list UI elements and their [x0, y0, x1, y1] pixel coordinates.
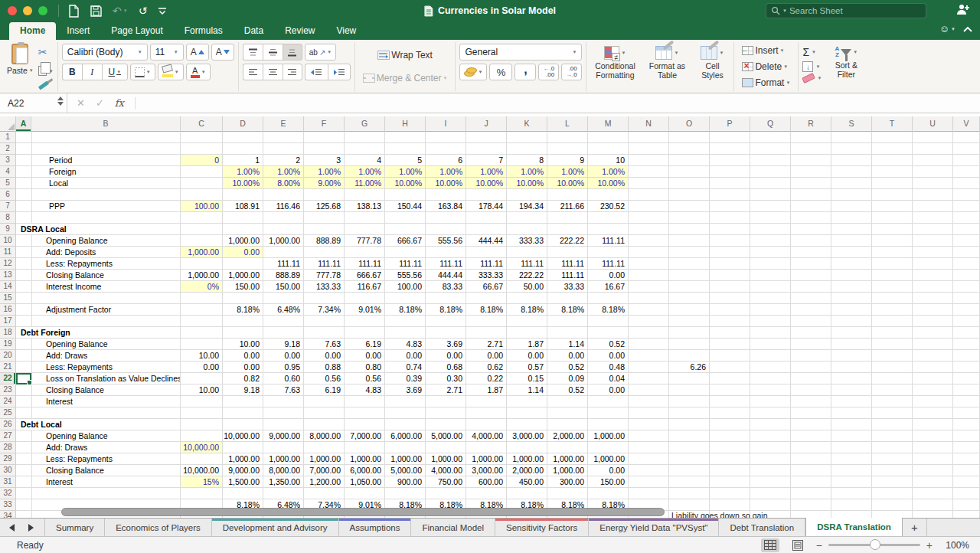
ribbon-tab-insert[interactable]: Insert — [56, 22, 100, 40]
cell-U28[interactable] — [913, 442, 953, 453]
align-left-button[interactable] — [243, 64, 263, 80]
cell-V5[interactable] — [953, 178, 980, 189]
cell-L20[interactable]: 0.00 — [547, 350, 588, 362]
cell-V1[interactable] — [953, 132, 980, 143]
cell-B28[interactable]: Add: Draws — [16, 442, 181, 453]
cell-F24[interactable] — [304, 396, 345, 407]
cell-R13[interactable] — [791, 270, 831, 281]
cell-K3[interactable]: 8 — [507, 155, 547, 166]
cell-U16[interactable] — [913, 304, 953, 316]
cell-H23[interactable]: 3.69 — [385, 384, 426, 396]
insert-function-icon[interactable]: fx — [115, 97, 124, 109]
cell-G22[interactable]: 0.56 — [345, 373, 385, 384]
cell-U3[interactable] — [913, 155, 953, 166]
cell-E6[interactable] — [263, 189, 304, 201]
cell-D13[interactable]: 1,000.00 — [223, 270, 263, 281]
cell-V26[interactable] — [953, 419, 980, 430]
cell-R30[interactable] — [791, 465, 831, 476]
name-box[interactable]: A22 — [0, 93, 67, 113]
cell-Q25[interactable] — [750, 407, 791, 419]
cell-L27[interactable]: 2,000.00 — [547, 430, 588, 442]
cell-B21[interactable]: Less: Repayments — [16, 362, 181, 373]
cell-E16[interactable]: 6.48% — [263, 304, 304, 316]
customize-toolbar-icon[interactable] — [158, 8, 167, 15]
cell-N5[interactable] — [629, 178, 669, 189]
wrap-text-button[interactable]: Wrap Text — [359, 47, 452, 64]
cell-B32[interactable] — [16, 488, 181, 499]
cell-B5[interactable]: Local — [16, 178, 181, 189]
cell-D18[interactable] — [223, 327, 263, 339]
cell-E26[interactable] — [263, 419, 304, 430]
column-header-T[interactable]: T — [872, 116, 913, 132]
row-header-24[interactable]: 24 — [0, 396, 16, 407]
cell-I2[interactable] — [426, 143, 466, 155]
cell-C11[interactable]: 1,000.00 — [181, 247, 223, 258]
cell-O16[interactable] — [669, 304, 710, 316]
cell-N19[interactable] — [629, 339, 669, 350]
cell-D4[interactable]: 1.00% — [223, 166, 263, 178]
cell-O2[interactable] — [669, 143, 710, 155]
cell-G12[interactable]: 111.11 — [345, 258, 385, 270]
bold-button[interactable]: B — [62, 64, 82, 80]
currency-button[interactable]: ▼ — [459, 64, 487, 80]
cell-V31[interactable] — [953, 476, 980, 488]
sheet-tab-summary[interactable]: Summary — [44, 519, 105, 536]
cell-E12[interactable]: 111.11 — [263, 258, 304, 270]
cell-C28[interactable]: 10,000.00 — [181, 442, 223, 453]
cell-V14[interactable] — [953, 281, 980, 293]
cell-K11[interactable] — [507, 247, 547, 258]
cell-V16[interactable] — [953, 304, 980, 316]
cell-O17[interactable] — [669, 316, 710, 327]
cell-K13[interactable]: 222.22 — [507, 270, 547, 281]
row-header-17[interactable]: 17 — [0, 316, 16, 327]
cell-G18[interactable] — [345, 327, 385, 339]
cell-G26[interactable] — [345, 419, 385, 430]
cell-M20[interactable]: 0.00 — [588, 350, 629, 362]
cell-K8[interactable] — [507, 212, 547, 224]
cell-O11[interactable] — [669, 247, 710, 258]
cell-V25[interactable] — [953, 407, 980, 419]
cell-H3[interactable]: 5 — [385, 155, 426, 166]
cell-J31[interactable]: 600.00 — [466, 476, 507, 488]
cell-M10[interactable]: 111.11 — [588, 235, 629, 247]
cell-D23[interactable]: 9.18 — [223, 384, 263, 396]
cell-H14[interactable]: 100.00 — [385, 281, 426, 293]
cell-Q30[interactable] — [750, 465, 791, 476]
cell-H27[interactable]: 6,000.00 — [385, 430, 426, 442]
cell-E14[interactable]: 150.00 — [263, 281, 304, 293]
cell-B7[interactable]: PPP — [16, 201, 181, 212]
cell-M18[interactable] — [588, 327, 629, 339]
cell-Q19[interactable] — [750, 339, 791, 350]
cell-F14[interactable]: 133.33 — [304, 281, 345, 293]
cell-T2[interactable] — [872, 143, 913, 155]
row-header-12[interactable]: 12 — [0, 258, 16, 270]
cell-I31[interactable]: 750.00 — [426, 476, 466, 488]
cell-F5[interactable]: 9.00% — [304, 178, 345, 189]
column-header-M[interactable]: M — [588, 116, 629, 132]
cell-V34[interactable] — [953, 511, 980, 518]
cell-F20[interactable]: 0.00 — [304, 350, 345, 362]
cell-U33[interactable] — [913, 499, 953, 511]
cell-C12[interactable] — [181, 258, 223, 270]
cell-P30[interactable] — [710, 465, 750, 476]
ribbon-tab-formulas[interactable]: Formulas — [174, 22, 234, 40]
cell-R12[interactable] — [791, 258, 831, 270]
comma-style-button[interactable]: , — [514, 64, 536, 80]
cell-O14[interactable] — [669, 281, 710, 293]
cell-Q2[interactable] — [750, 143, 791, 155]
cell-D5[interactable]: 10.00% — [223, 178, 263, 189]
align-bottom-button[interactable] — [283, 44, 302, 61]
cell-U31[interactable] — [913, 476, 953, 488]
cell-Q21[interactable] — [750, 362, 791, 373]
cell-S21[interactable] — [831, 362, 872, 373]
cell-U8[interactable] — [913, 212, 953, 224]
cell-C13[interactable]: 1,000.00 — [181, 270, 223, 281]
cell-O9[interactable] — [669, 224, 710, 235]
cell-F3[interactable]: 3 — [304, 155, 345, 166]
cell-K21[interactable]: 0.57 — [507, 362, 547, 373]
cell-L5[interactable]: 10.00% — [547, 178, 588, 189]
cell-Q15[interactable] — [750, 293, 791, 304]
column-header-R[interactable]: R — [791, 116, 831, 132]
cell-E7[interactable]: 116.46 — [263, 201, 304, 212]
cell-B26[interactable]: Debt Local — [16, 419, 181, 430]
